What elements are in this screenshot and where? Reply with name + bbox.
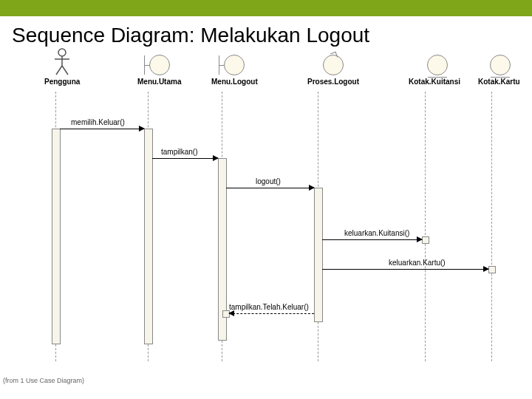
message-label: memilih.Keluar() [71,118,125,126]
top-accent-bar [0,0,532,16]
footnote: (from 1 Use Case Diagram) [3,377,84,384]
participant-boundary: Menu.Logout [211,55,258,86]
message-label: logout() [256,177,281,185]
participant-label: Kotak.Kuitansi [409,78,460,86]
control-icon [323,55,344,75]
participant-control: Proses.Logout [307,55,359,86]
boundary-icon [149,55,170,75]
message-arrow: memilih.Keluar() [60,121,144,132]
svg-point-0 [58,49,66,56]
participant-label: Menu.Utama [137,78,181,86]
lifeline [425,92,426,361]
participant-label: Pengguna [44,78,80,86]
message-return-arrow: tampilkan.Telah.Keluar() [229,306,314,316]
participant-boundary: Menu.Utama [137,55,181,86]
participant-entity: Kotak.Kuitansi [415,55,460,86]
activation-box [488,266,496,273]
participant-entity: Kotak.Kartu [481,55,520,86]
message-label: tampilkan() [161,148,197,156]
activation-bar [314,188,323,322]
message-arrow: keluarkan.Kuitansi() [322,232,422,242]
lifeline [491,92,492,361]
page-title: Sequence Diagram: Melakukan Logout [0,16,532,47]
diagram-canvas: Pengguna Menu.Utama Menu.Logout Proses.L… [0,47,532,387]
message-label: tampilkan.Telah.Keluar() [229,303,309,311]
participant-actor: Pengguna [44,47,80,86]
message-arrow: keluarkan.Kartu() [322,262,488,272]
message-arrow: tampilkan() [152,151,218,161]
svg-line-4 [62,66,68,75]
activation-box [422,236,429,244]
participant-label: Proses.Logout [307,78,359,86]
actor-icon [51,47,73,75]
participant-label: Menu.Logout [211,78,258,86]
participant-label: Kotak.Kartu [478,78,520,86]
entity-icon [427,55,448,75]
boundary-icon [224,55,245,75]
message-label: keluarkan.Kartu() [389,259,446,267]
message-label: keluarkan.Kuitansi() [344,229,409,237]
svg-line-3 [56,66,62,75]
entity-icon [490,55,511,75]
activation-bar [52,129,61,344]
message-arrow: logout() [226,180,314,191]
